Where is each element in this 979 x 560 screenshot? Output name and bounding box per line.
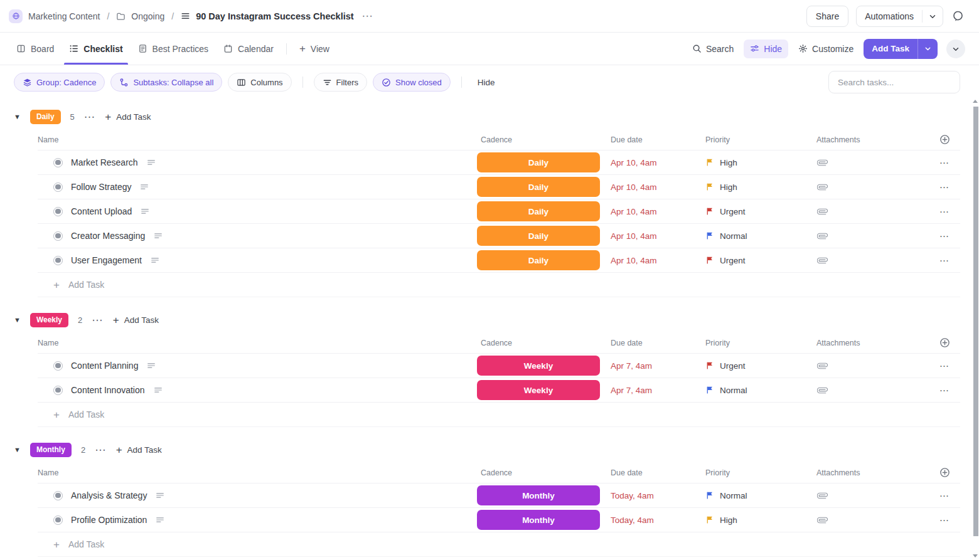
tab-best-practices[interactable]: Best Practices <box>131 33 216 65</box>
group-more-button[interactable]: ⋯ <box>95 445 107 455</box>
column-name[interactable]: Name <box>38 339 477 347</box>
chat-bubble-icon[interactable] <box>951 9 965 23</box>
column-priority[interactable]: Priority <box>705 339 816 347</box>
priority-cell[interactable]: High <box>705 515 816 525</box>
cadence-pill[interactable]: Daily <box>477 201 600 221</box>
due-date[interactable]: Apr 10, 4am <box>611 182 705 192</box>
task-name[interactable]: Analysis & Strategy <box>71 490 147 500</box>
subtasks-pill[interactable]: Subtasks: Collapse all <box>110 73 222 92</box>
task-name[interactable]: Content Planning <box>71 361 138 371</box>
column-cadence[interactable]: Cadence <box>477 468 611 477</box>
due-date[interactable]: Today, 4am <box>611 515 705 525</box>
add-column-icon[interactable] <box>939 134 950 145</box>
row-more-button[interactable]: ⋯ <box>939 361 950 371</box>
cadence-pill[interactable]: Daily <box>477 250 600 270</box>
group-by-pill[interactable]: Group: Cadence <box>14 73 105 92</box>
add-task-row[interactable]: +Add Task <box>38 532 960 557</box>
group-badge[interactable]: Weekly <box>30 313 68 327</box>
priority-cell[interactable]: Normal <box>705 491 816 500</box>
task-status-icon[interactable] <box>53 207 63 216</box>
task-status-icon[interactable] <box>53 158 63 167</box>
add-task-button[interactable]: Add Task <box>864 39 938 59</box>
collapse-caret-icon[interactable]: ▼ <box>14 114 21 120</box>
breadcrumb-more-button[interactable]: ⋯ <box>360 9 376 23</box>
search-tasks-input[interactable] <box>828 71 960 93</box>
paperclip-icon[interactable] <box>816 255 929 266</box>
column-attachments[interactable]: Attachments <box>816 135 929 144</box>
task-row[interactable]: Market Research Daily Apr 10, 4am High ⋯ <box>38 151 960 175</box>
priority-cell[interactable]: High <box>705 182 816 192</box>
group-badge[interactable]: Monthly <box>30 443 72 457</box>
cadence-pill[interactable]: Weekly <box>477 356 600 376</box>
row-more-button[interactable]: ⋯ <box>939 256 950 265</box>
row-more-button[interactable]: ⋯ <box>939 386 950 395</box>
task-name[interactable]: Content Upload <box>71 206 132 216</box>
due-date[interactable]: Apr 10, 4am <box>611 256 705 265</box>
column-priority[interactable]: Priority <box>705 468 816 477</box>
task-name[interactable]: User Engagement <box>71 255 142 265</box>
columns-pill[interactable]: Columns <box>228 73 291 92</box>
row-more-button[interactable]: ⋯ <box>939 158 950 167</box>
space-globe-icon[interactable] <box>9 9 23 23</box>
row-more-button[interactable]: ⋯ <box>939 182 950 192</box>
paperclip-icon[interactable] <box>816 385 929 396</box>
task-name[interactable]: Follow Strategy <box>71 182 131 192</box>
column-due-date[interactable]: Due date <box>611 468 705 477</box>
column-attachments[interactable]: Attachments <box>816 468 929 477</box>
add-column-icon[interactable] <box>939 337 950 348</box>
customize-button[interactable]: Customize <box>792 40 860 58</box>
priority-cell[interactable]: Normal <box>705 386 816 395</box>
scrollbar-up-arrow[interactable] <box>973 100 978 103</box>
cadence-pill[interactable]: Daily <box>477 152 600 172</box>
hide-button[interactable]: Hide <box>744 40 788 58</box>
due-date[interactable]: Apr 10, 4am <box>611 158 705 167</box>
group-more-button[interactable]: ⋯ <box>84 112 96 122</box>
priority-cell[interactable]: Normal <box>705 231 816 241</box>
priority-cell[interactable]: Urgent <box>705 256 816 265</box>
task-row[interactable]: Profile Optimization Monthly Today, 4am … <box>38 508 960 532</box>
chevron-down-icon[interactable] <box>917 39 938 59</box>
add-view-button[interactable]: + View <box>292 33 337 65</box>
column-attachments[interactable]: Attachments <box>816 339 929 347</box>
priority-cell[interactable]: Urgent <box>705 207 816 216</box>
column-name[interactable]: Name <box>38 135 477 144</box>
paperclip-icon[interactable] <box>816 182 929 193</box>
breadcrumb-folder[interactable]: Ongoing <box>131 11 164 21</box>
task-name[interactable]: Creator Messaging <box>71 231 145 241</box>
paperclip-icon[interactable] <box>816 206 929 217</box>
cadence-pill[interactable]: Monthly <box>477 485 600 505</box>
collapse-caret-icon[interactable]: ▼ <box>14 317 21 324</box>
cadence-pill[interactable]: Daily <box>477 177 600 197</box>
priority-cell[interactable]: Urgent <box>705 361 816 371</box>
tab-checklist[interactable]: Checklist <box>62 33 130 65</box>
row-more-button[interactable]: ⋯ <box>939 515 950 525</box>
group-badge[interactable]: Daily <box>30 110 61 124</box>
task-name[interactable]: Content Innovation <box>71 385 145 395</box>
column-due-date[interactable]: Due date <box>611 339 705 347</box>
paperclip-icon[interactable] <box>816 361 929 371</box>
column-cadence[interactable]: Cadence <box>477 339 611 347</box>
search-button[interactable]: Search <box>686 40 740 58</box>
toolbar-hide-button[interactable]: Hide <box>473 78 500 87</box>
task-status-icon[interactable] <box>53 491 63 500</box>
add-task-row[interactable]: +Add Task <box>38 403 960 427</box>
row-more-button[interactable]: ⋯ <box>939 207 950 216</box>
paperclip-icon[interactable] <box>816 515 929 526</box>
column-priority[interactable]: Priority <box>705 135 816 144</box>
group-add-task-button[interactable]: +Add Task <box>105 112 151 122</box>
task-row[interactable]: User Engagement Daily Apr 10, 4am Urgent… <box>38 248 960 273</box>
row-more-button[interactable]: ⋯ <box>939 231 950 241</box>
group-add-task-button[interactable]: +Add Task <box>116 445 162 455</box>
task-status-icon[interactable] <box>53 361 63 371</box>
collapse-header-button[interactable] <box>946 40 965 58</box>
task-status-icon[interactable] <box>53 515 63 525</box>
paperclip-icon[interactable] <box>816 490 929 501</box>
task-name[interactable]: Profile Optimization <box>71 515 147 525</box>
task-row[interactable]: Content Innovation Weekly Apr 7, 4am Nor… <box>38 378 960 403</box>
due-date[interactable]: Apr 7, 4am <box>611 386 705 395</box>
paperclip-icon[interactable] <box>816 157 929 168</box>
column-due-date[interactable]: Due date <box>611 135 705 144</box>
collapse-caret-icon[interactable]: ▼ <box>14 446 21 453</box>
task-row[interactable]: Analysis & Strategy Monthly Today, 4am N… <box>38 483 960 508</box>
group-add-task-button[interactable]: +Add Task <box>113 315 159 325</box>
